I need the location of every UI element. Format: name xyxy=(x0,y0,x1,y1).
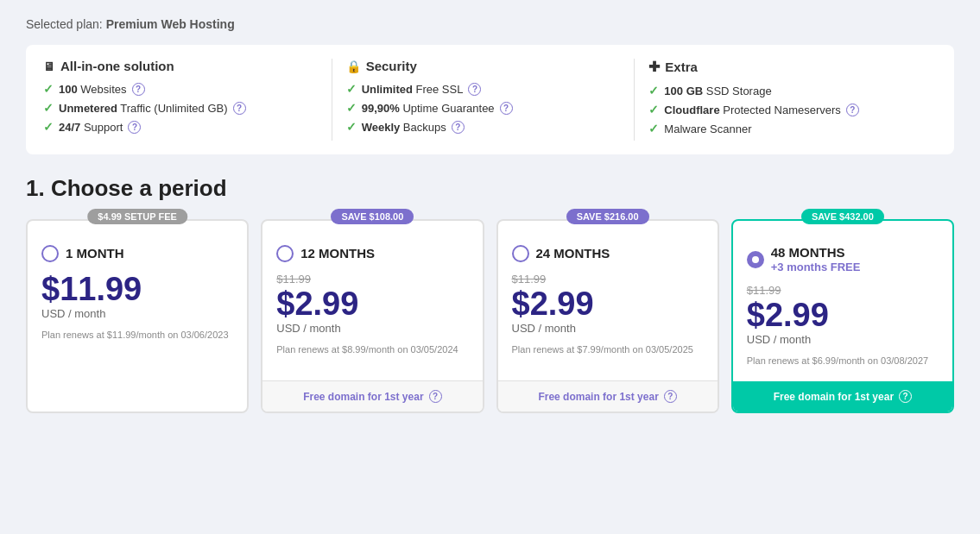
choose-period-heading: 1. Choose a period xyxy=(26,175,954,202)
monitor-icon: 🖥 xyxy=(43,60,55,73)
plan-price: $2.99 xyxy=(276,287,468,320)
plan-header: 48 MONTHS +3 months FREE xyxy=(747,245,939,273)
plan-name: 48 MONTHS xyxy=(771,245,861,261)
feature-col-security: 🔒 Security ✓ Unlimited Free SSL ? ✓ 99,9… xyxy=(332,59,635,141)
plan-renew-text: Plan renews at $8.99/month on 03/05/2024 xyxy=(276,343,468,356)
question-icon[interactable]: ? xyxy=(846,104,859,116)
feature-item: ✓ 99,90% Uptime Guarantee ? xyxy=(346,101,621,115)
features-row: 🖥 All-in-one solution ✓ 100 Websites ? ✓… xyxy=(26,45,954,154)
plan-badge: $4.99 SETUP FEE xyxy=(87,209,187,224)
plan-header: 1 MONTH xyxy=(41,245,233,262)
selected-plan-label: Selected plan: xyxy=(26,17,103,31)
plan-card-48months[interactable]: SAVE $432.00 48 MONTHS +3 months FREE $1… xyxy=(731,219,954,413)
plan-price: $2.99 xyxy=(747,298,939,331)
plan-body: 48 MONTHS +3 months FREE $11.99 $2.99 US… xyxy=(733,221,952,381)
plan-name: 12 MONTHS xyxy=(300,246,375,261)
plan-card-12months[interactable]: SAVE $108.00 12 MONTHS $11.99 $2.99 USD … xyxy=(261,219,484,413)
feature-item: ✓ Unmetered Traffic (Unlimited GB) ? xyxy=(43,101,318,115)
plan-price: $2.99 xyxy=(512,287,704,320)
plan-usd-month: USD / month xyxy=(747,333,939,346)
check-icon: ✓ xyxy=(346,82,357,96)
check-icon: ✓ xyxy=(648,84,659,97)
radio-button[interactable] xyxy=(276,245,294,262)
feature-col1-title: 🖥 All-in-one solution xyxy=(43,59,318,73)
question-icon[interactable]: ? xyxy=(452,121,465,134)
plan-card-24months[interactable]: SAVE $216.00 24 MONTHS $11.99 $2.99 USD … xyxy=(496,219,719,413)
plan-original-price: $11.99 xyxy=(512,273,704,286)
free-domain-text: Free domain for 1st year xyxy=(774,391,894,403)
plan-header: 12 MONTHS xyxy=(276,245,468,262)
check-icon: ✓ xyxy=(43,82,54,96)
check-icon: ✓ xyxy=(346,101,357,115)
feature-item: ✓ 24/7 Support ? xyxy=(43,120,318,134)
free-domain-text: Free domain for 1st year xyxy=(538,391,658,403)
radio-button[interactable] xyxy=(512,245,529,262)
question-icon[interactable]: ? xyxy=(128,121,141,134)
radio-button[interactable] xyxy=(41,245,59,262)
plan-price: $11.99 xyxy=(41,273,233,305)
plan-card-1month[interactable]: $4.99 SETUP FEE 1 MONTH $11.99 USD / mon… xyxy=(26,219,249,413)
question-icon[interactable]: ? xyxy=(899,390,912,403)
feature-item: ✓ Unlimited Free SSL ? xyxy=(346,82,621,96)
feature-item: ✓ 100 Websites ? xyxy=(43,82,318,96)
feature-item: ✓ 100 GB SSD Storage xyxy=(648,84,923,97)
plan-footer: Free domain for 1st year ? xyxy=(498,380,718,411)
plan-badge: SAVE $432.00 xyxy=(801,209,884,224)
plan-name: 1 MONTH xyxy=(66,246,124,261)
feature-col2-title: 🔒 Security xyxy=(346,59,621,73)
plan-original-price: $11.99 xyxy=(747,284,939,297)
plan-original-price: $11.99 xyxy=(276,273,468,286)
feature-col3-title: ✚ Extra xyxy=(648,59,923,75)
plan-usd-month: USD / month xyxy=(512,322,704,335)
check-icon: ✓ xyxy=(648,122,659,135)
question-icon[interactable]: ? xyxy=(500,102,513,115)
question-icon[interactable]: ? xyxy=(233,102,246,115)
check-icon: ✓ xyxy=(43,101,54,115)
plan-body: 24 MONTHS $11.99 $2.99 USD / month Plan … xyxy=(498,221,718,380)
plan-renew-text: Plan renews at $7.99/month on 03/05/2025 xyxy=(512,343,704,356)
lock-icon: 🔒 xyxy=(346,60,361,73)
plan-badge: SAVE $108.00 xyxy=(331,209,414,224)
plan-header: 24 MONTHS xyxy=(512,245,704,262)
question-icon[interactable]: ? xyxy=(468,83,481,96)
plan-renew-text: Plan renews at $11.99/month on 03/06/202… xyxy=(41,329,233,342)
plan-body: 12 MONTHS $11.99 $2.99 USD / month Plan … xyxy=(262,221,482,380)
check-icon: ✓ xyxy=(346,120,357,134)
selected-plan-name: Premium Web Hosting xyxy=(106,17,235,31)
plan-footer: Free domain for 1st year ? xyxy=(733,381,952,411)
check-icon: ✓ xyxy=(43,120,54,134)
plan-badge: SAVE $216.00 xyxy=(566,209,649,224)
feature-item-weekly-backups: ✓ Weekly Backups ? xyxy=(346,120,621,134)
selected-plan-bar: Selected plan: Premium Web Hosting xyxy=(26,17,954,31)
free-domain-text: Free domain for 1st year xyxy=(303,391,423,403)
plan-usd-month: USD / month xyxy=(276,322,468,335)
feature-item-malware-scanner: ✓ Malware Scanner xyxy=(648,122,923,135)
question-icon[interactable]: ? xyxy=(132,83,145,96)
plan-name: 24 MONTHS xyxy=(536,246,610,261)
feature-item: ✓ Cloudflare Protected Nameservers ? xyxy=(648,103,923,116)
check-icon: ✓ xyxy=(648,103,659,116)
plan-usd-month: USD / month xyxy=(41,307,233,320)
feature-col-extra: ✚ Extra ✓ 100 GB SSD Storage ✓ Cloudflar… xyxy=(635,59,937,141)
radio-button[interactable] xyxy=(747,251,764,268)
plan-body: 1 MONTH $11.99 USD / month Plan renews a… xyxy=(28,221,247,411)
plan-renew-text: Plan renews at $6.99/month on 03/08/2027 xyxy=(747,355,939,368)
plan-footer: Free domain for 1st year ? xyxy=(262,380,482,411)
question-icon[interactable]: ? xyxy=(664,390,677,403)
plus-icon: ✚ xyxy=(648,59,660,75)
plans-row: $4.99 SETUP FEE 1 MONTH $11.99 USD / mon… xyxy=(26,219,954,413)
question-icon[interactable]: ? xyxy=(429,390,442,403)
plan-free-months: +3 months FREE xyxy=(771,261,861,273)
feature-col-all-in-one: 🖥 All-in-one solution ✓ 100 Websites ? ✓… xyxy=(43,59,332,141)
